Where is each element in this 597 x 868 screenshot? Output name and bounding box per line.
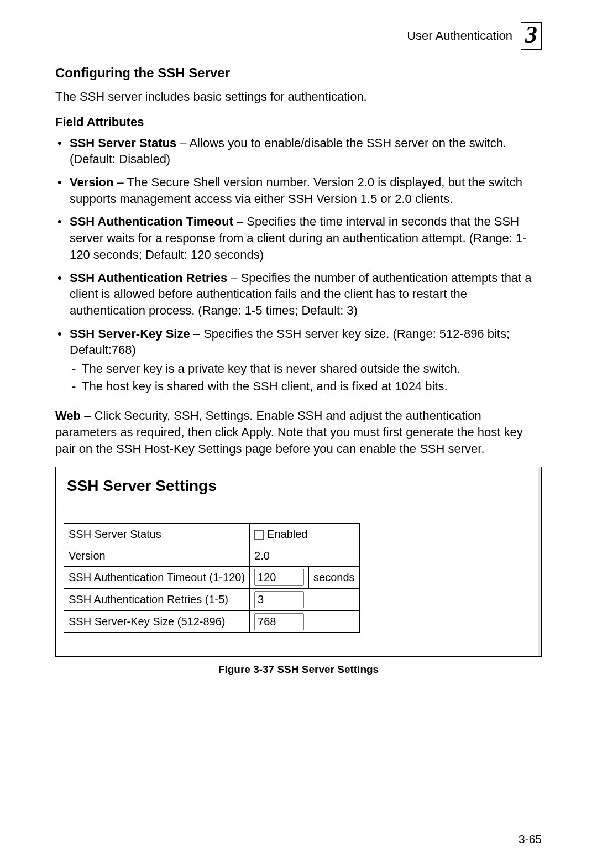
row-label: SSH Server-Key Size (512-896) xyxy=(64,611,250,633)
web-paragraph: Web – Click Security, SSH, Settings. Ena… xyxy=(55,407,542,457)
page-header: User Authentication 3 xyxy=(55,22,542,50)
field-attributes-heading: Field Attributes xyxy=(55,115,542,129)
row-label: SSH Server Status xyxy=(64,524,250,545)
sub-list-item: The server key is a private key that is … xyxy=(70,360,542,377)
table-row: Version 2.0 xyxy=(64,545,360,567)
list-item: SSH Server Status – Allows you to enable… xyxy=(55,135,542,168)
page-container: User Authentication 3 Configuring the SS… xyxy=(0,0,597,868)
figure-screenshot: SSH Server Settings SSH Server Status En… xyxy=(55,467,542,657)
sub-list: The server key is a private key that is … xyxy=(70,360,542,394)
intro-paragraph: The SSH server includes basic settings f… xyxy=(55,88,542,105)
table-row: SSH Authentication Timeout (1-120) secon… xyxy=(64,567,360,589)
row-label: SSH Authentication Retries (1-5) xyxy=(64,589,250,611)
list-item: SSH Authentication Timeout – Specifies t… xyxy=(55,213,542,263)
attributes-list: SSH Server Status – Allows you to enable… xyxy=(55,135,542,395)
table-row: SSH Server Status Enabled xyxy=(64,524,360,545)
keysize-input[interactable] xyxy=(254,613,304,630)
chapter-number-box: 3 xyxy=(521,22,542,50)
settings-table: SSH Server Status Enabled Version 2.0 SS… xyxy=(64,523,360,633)
table-row: SSH Server-Key Size (512-896) xyxy=(64,611,360,633)
row-value xyxy=(250,589,360,611)
panel-divider xyxy=(64,505,533,505)
table-row: SSH Authentication Retries (1-5) xyxy=(64,589,360,611)
list-item: Version – The Secure Shell version numbe… xyxy=(55,174,542,207)
checkbox-icon[interactable] xyxy=(254,530,264,540)
panel-title: SSH Server Settings xyxy=(67,477,533,495)
row-value xyxy=(250,567,309,589)
header-title: User Authentication xyxy=(407,29,512,43)
retries-input[interactable] xyxy=(254,591,304,608)
row-label: Version xyxy=(64,545,250,567)
list-item: SSH Server-Key Size – Specifies the SSH … xyxy=(55,326,542,395)
row-value: Enabled xyxy=(250,524,360,545)
section-heading: Configuring the SSH Server xyxy=(55,65,542,81)
sub-list-item: The host key is shared with the SSH clie… xyxy=(70,378,542,395)
list-item: SSH Authentication Retries – Specifies t… xyxy=(55,270,542,319)
row-value: 2.0 xyxy=(250,545,360,567)
figure-caption: Figure 3-37 SSH Server Settings xyxy=(55,663,542,676)
page-number: 3-65 xyxy=(519,833,542,846)
row-value xyxy=(250,611,360,633)
row-label: SSH Authentication Timeout (1-120) xyxy=(64,567,250,589)
row-unit: seconds xyxy=(309,567,360,589)
timeout-input[interactable] xyxy=(254,569,304,586)
